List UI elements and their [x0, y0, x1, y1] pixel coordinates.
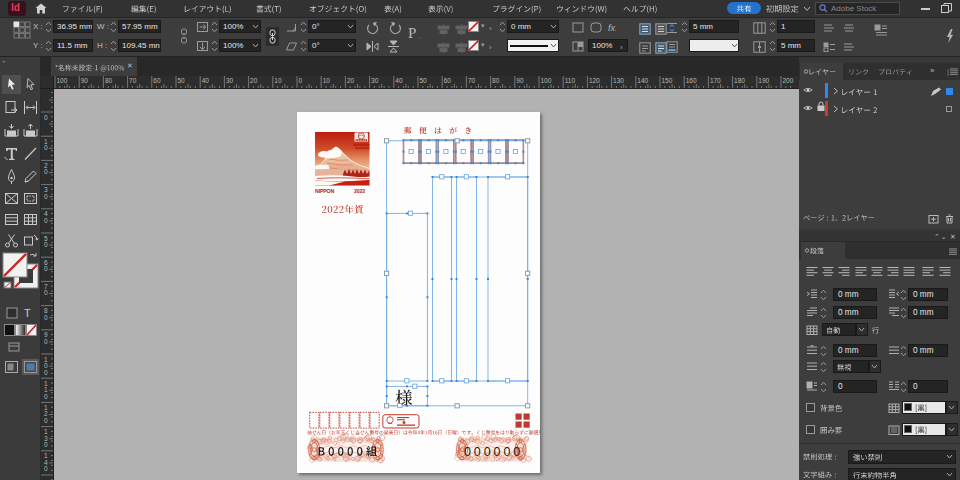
- svg-text:20: 20: [250, 77, 258, 84]
- svg-text:170: 170: [710, 77, 721, 84]
- svg-text:000000: 000000: [464, 445, 523, 459]
- svg-text:100: 100: [541, 77, 552, 84]
- svg-text:130: 130: [613, 77, 624, 84]
- svg-text:40: 40: [202, 77, 210, 84]
- svg-text:0: 0: [44, 114, 48, 121]
- svg-text:180: 180: [734, 77, 745, 84]
- svg-text:140: 140: [637, 77, 648, 84]
- svg-text:0: 0: [44, 441, 48, 448]
- svg-text:0: 0: [44, 369, 48, 376]
- svg-text:0: 0: [44, 338, 48, 345]
- svg-text:100: 100: [57, 77, 68, 84]
- svg-text:0: 0: [44, 314, 48, 321]
- svg-text:0: 0: [44, 193, 48, 200]
- svg-text:50: 50: [178, 77, 186, 84]
- svg-text:20: 20: [347, 77, 355, 84]
- svg-text:80: 80: [492, 77, 500, 84]
- svg-text:0: 0: [44, 168, 48, 175]
- svg-text:160: 160: [686, 77, 697, 84]
- svg-text:0: 0: [44, 289, 48, 296]
- svg-text:0: 0: [44, 417, 48, 424]
- svg-text:30: 30: [371, 77, 379, 84]
- svg-text:70: 70: [129, 77, 137, 84]
- svg-text:40: 40: [395, 77, 403, 84]
- svg-text:10: 10: [274, 77, 282, 84]
- svg-text:0: 0: [299, 77, 303, 84]
- svg-text:90: 90: [81, 77, 89, 84]
- svg-text:110: 110: [565, 77, 576, 84]
- svg-text:0: 0: [44, 465, 48, 472]
- svg-text:120: 120: [589, 77, 600, 84]
- svg-text:10: 10: [323, 77, 331, 84]
- svg-text:90: 90: [516, 77, 524, 84]
- svg-text:200: 200: [783, 77, 794, 84]
- svg-text:60: 60: [153, 77, 161, 84]
- svg-text:30: 30: [226, 77, 234, 84]
- svg-text:150: 150: [662, 77, 673, 84]
- svg-text:50: 50: [420, 77, 428, 84]
- svg-text:60: 60: [444, 77, 452, 84]
- svg-text:0: 0: [44, 241, 48, 248]
- svg-text:190: 190: [758, 77, 769, 84]
- svg-text:0: 0: [44, 217, 48, 224]
- svg-text:80: 80: [105, 77, 113, 84]
- svg-text:0: 0: [44, 144, 48, 151]
- svg-text:0: 0: [44, 393, 48, 400]
- svg-text:0: 0: [44, 265, 48, 272]
- svg-text:70: 70: [468, 77, 476, 84]
